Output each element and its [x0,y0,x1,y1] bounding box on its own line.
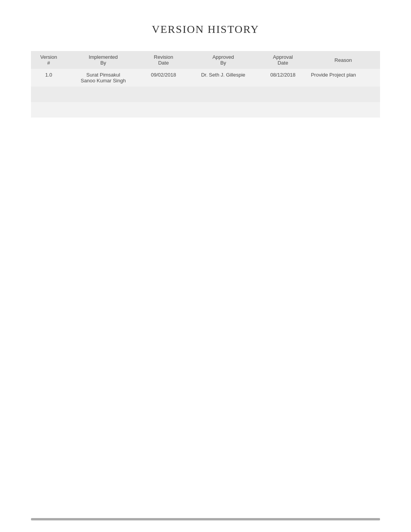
col-header-reason: Reason [306,51,380,69]
cell-version: 1.0 [31,69,66,87]
table-row: 1.0Surat PimsakulSanoo Kumar Singh09/02/… [31,69,380,87]
version-history-table: Version # Implemented By Revision Date A… [31,51,380,118]
col-header-revision: Revision Date [140,51,187,69]
cell-approved-by: Dr. Seth J. Gillespie [187,69,260,87]
cell-approval-date: 08/12/2018 [260,69,307,87]
cell-version [31,87,66,102]
cell-implemented-by [66,102,140,118]
table-row [31,102,380,118]
col-header-approval-date: Approval Date [260,51,307,69]
col-header-version: Version # [31,51,66,69]
cell-implemented-by: Surat PimsakulSanoo Kumar Singh [66,69,140,87]
cell-reason [306,87,380,102]
cell-approved-by [187,87,260,102]
table-header-row: Version # Implemented By Revision Date A… [31,51,380,69]
cell-approval-date [260,102,307,118]
cell-implemented-by [66,87,140,102]
cell-revision-date: 09/02/2018 [140,69,187,87]
page-container: VERSION HISTORY Version # Implemented By… [0,0,411,532]
cell-revision-date [140,102,187,118]
cell-reason: Provide Project plan [306,69,380,87]
cell-version [31,102,66,118]
cell-revision-date [140,87,187,102]
cell-approval-date [260,87,307,102]
cell-approved-by [187,102,260,118]
cell-reason [306,102,380,118]
table-row [31,87,380,102]
col-header-approved: Approved By [187,51,260,69]
page-title: VERSION HISTORY [31,23,380,36]
col-header-implemented: Implemented By [66,51,140,69]
bottom-bar [31,518,380,520]
